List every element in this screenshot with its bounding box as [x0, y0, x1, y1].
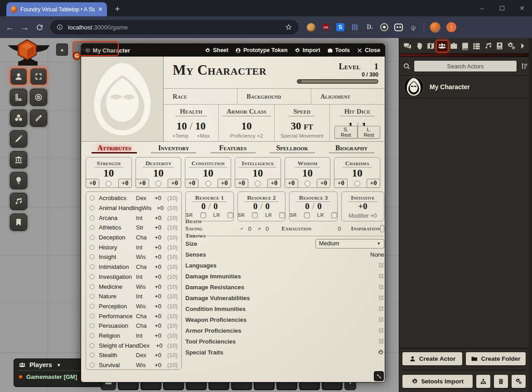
tab-attributes[interactable]: Attributes — [92, 144, 137, 155]
header-button-close[interactable]: Close — [357, 47, 380, 53]
dots-box-extension-icon[interactable] — [394, 24, 403, 31]
skill-perception[interactable]: PerceptionWis+0(10) — [90, 301, 178, 311]
skill-proficiency-radio[interactable] — [90, 264, 95, 269]
folder-tree-button[interactable] — [476, 374, 491, 388]
5etools-import-button[interactable]: 5etools Import — [402, 374, 473, 388]
tool-ruler[interactable] — [30, 110, 47, 127]
initiative-modifier[interactable]: Modifier +0 — [342, 213, 384, 219]
hp-max[interactable]: 10 — [195, 120, 206, 132]
ability-save[interactable]: +0 — [367, 179, 380, 188]
ability-save[interactable]: +0 — [218, 179, 231, 188]
control-lightbulb[interactable] — [10, 172, 27, 189]
death-success-count[interactable]: 0 — [248, 225, 251, 232]
header-button-prototype-token[interactable]: Prototype Token — [235, 47, 288, 53]
d-letter-extension-icon[interactable]: D. — [365, 23, 374, 32]
sr-checkbox[interactable] — [252, 212, 258, 218]
sidebar-tab-cogs[interactable] — [505, 40, 517, 52]
edit-icon[interactable] — [378, 284, 384, 290]
resource-1[interactable]: Resource 10/0SRLR — [185, 191, 234, 221]
skill-animal-handling[interactable]: Animal HandlingWis+0(10) — [90, 203, 178, 213]
skill-investigation[interactable]: InvestigationInt+0(10) — [90, 272, 178, 282]
window-resize-handle[interactable] — [374, 371, 384, 381]
death-fail-icon[interactable] — [258, 225, 261, 232]
edit-icon[interactable] — [378, 316, 384, 323]
new-tab-button[interactable]: + — [111, 3, 123, 15]
ac-value[interactable]: 10 — [219, 120, 274, 132]
resource-value[interactable]: 0/0 — [186, 202, 233, 211]
alignment-field[interactable]: Alignment — [311, 89, 385, 104]
skill-proficiency-radio[interactable] — [90, 353, 95, 358]
ability-score[interactable]: 10 — [185, 168, 231, 178]
skill-medicine[interactable]: MedicineWis+0(10) — [90, 282, 178, 292]
site-info-icon[interactable] — [56, 24, 63, 31]
xp-value[interactable]: 0 / 300 — [297, 72, 378, 78]
resource-label[interactable]: Resource 1 — [193, 194, 227, 202]
ability-save[interactable]: +0 — [168, 179, 181, 188]
scene-nav-collapse-button[interactable]: ▲ — [56, 43, 68, 56]
speed-block[interactable]: Speed 30 ft Special Movement — [275, 105, 330, 141]
gear-icon[interactable] — [377, 349, 384, 356]
sr-checkbox[interactable] — [304, 212, 310, 218]
long-rest-button[interactable]: L. Rest — [358, 126, 380, 139]
control-pencil[interactable] — [10, 130, 27, 148]
skill-proficiency-radio[interactable] — [90, 333, 95, 338]
ability-proficiency-radio[interactable] — [305, 181, 310, 186]
maximize-icon[interactable] — [492, 5, 512, 12]
ability-proficiency-radio[interactable] — [106, 181, 111, 186]
lr-checkbox[interactable] — [279, 212, 285, 218]
control-ruler-combined[interactable] — [10, 89, 27, 106]
control-bookmark[interactable] — [10, 214, 27, 231]
lr-checkbox[interactable] — [331, 212, 337, 218]
resource-2[interactable]: Resource 20/0SRLR — [237, 191, 286, 221]
url-bar[interactable]: localhost:30000/game — [50, 20, 299, 34]
hp-tempmax-label[interactable]: +Max — [197, 133, 209, 139]
ability-modifier[interactable]: +0 — [86, 179, 99, 188]
ability-intelligence[interactable]: Intelligence10+0+0 — [235, 157, 281, 188]
control-cubes[interactable] — [10, 110, 27, 127]
skill-performance[interactable]: PerformanceCha+0(10) — [90, 311, 178, 321]
ability-wisdom[interactable]: Wisdom10+0+0 — [285, 157, 331, 188]
ability-dexterity[interactable]: Dexterity10+0+0 — [135, 157, 182, 188]
forward-icon[interactable]: → — [20, 23, 29, 32]
minimize-icon[interactable]: – — [472, 5, 492, 12]
sidebar-tab-music[interactable] — [483, 40, 494, 52]
skill-sleight-of-hand[interactable]: Sleight of HandDex+0(10) — [90, 340, 178, 350]
tool-expand[interactable] — [30, 68, 47, 85]
edit-icon[interactable] — [378, 273, 384, 279]
hp-temp-label[interactable]: +Temp — [172, 133, 188, 139]
ability-proficiency-radio[interactable] — [155, 181, 161, 186]
resource-label[interactable]: Resource 3 — [296, 194, 330, 202]
short-rest-button[interactable]: S. Rest — [334, 126, 358, 139]
ability-score[interactable]: 10 — [235, 168, 281, 178]
s-square-extension-icon[interactable]: S — [336, 23, 344, 31]
level-value[interactable]: 1 — [374, 62, 379, 71]
sidebar-tab-book[interactable] — [459, 40, 471, 52]
sidebar-tab-journal[interactable] — [494, 40, 505, 52]
skill-proficiency-radio[interactable] — [90, 206, 95, 210]
delete-button[interactable] — [493, 374, 508, 388]
window-titlebar[interactable]: © My Character SheetPrototype TokenImpor… — [81, 44, 385, 57]
skill-deception[interactable]: DeceptionCha+0(10) — [90, 233, 178, 243]
tab-features[interactable]: Features — [210, 144, 256, 155]
edit-icon[interactable] — [378, 338, 384, 344]
close-window-icon[interactable]: ✕ — [512, 5, 532, 12]
skill-proficiency-radio[interactable] — [90, 323, 95, 328]
lens-extension-icon[interactable] — [380, 23, 388, 31]
header-button-import[interactable]: Import — [295, 47, 320, 53]
sidebar-tab-fist[interactable] — [413, 40, 425, 52]
death-fail-count[interactable]: 0 — [266, 225, 269, 232]
sidebar-tab-suitcase[interactable] — [448, 40, 459, 52]
armor-class-block[interactable]: Armor Class 10 Proficiency +2 — [219, 105, 274, 141]
sort-icon[interactable] — [520, 62, 528, 70]
resource-value[interactable]: 0/0 — [238, 202, 285, 211]
trait-select[interactable]: Medium▼ — [315, 239, 384, 249]
skill-religion[interactable]: ReligionInt+0(10) — [90, 331, 178, 341]
shield-extension-icon[interactable]: UO — [321, 23, 330, 32]
special-movement-label[interactable]: Special Movement — [281, 133, 324, 139]
skill-proficiency-radio[interactable] — [90, 294, 95, 299]
sr-checkbox[interactable] — [200, 212, 206, 218]
resource-3[interactable]: Resource 30/0SRLR — [289, 191, 338, 221]
skill-proficiency-radio[interactable] — [90, 274, 95, 279]
race-field[interactable]: Race — [164, 89, 237, 104]
sliders-extension-icon[interactable] — [350, 23, 359, 32]
